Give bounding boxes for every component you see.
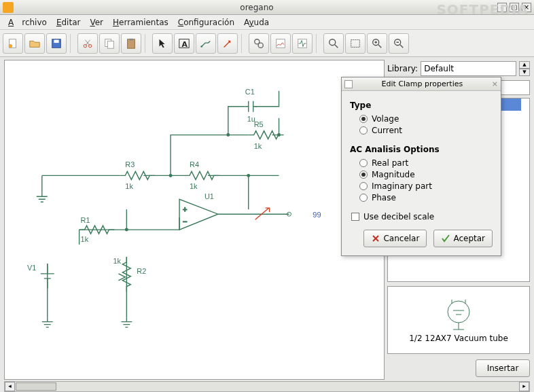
label-r3: R3 — [125, 160, 135, 168]
radio-dot-icon — [359, 159, 368, 167]
svg-point-1 — [9, 43, 12, 47]
checkbox-icon — [351, 213, 359, 221]
radio-dot-icon — [359, 115, 368, 123]
svg-point-12 — [200, 46, 202, 48]
sim-button[interactable] — [292, 33, 313, 54]
radio-magnitude[interactable]: Magnitude — [359, 170, 493, 179]
canvas-area[interactable]: V1 R1 1k R2 1k R3 1k R4 1k R5 — [4, 60, 385, 380]
radio-current[interactable]: Current — [359, 126, 493, 135]
cancel-icon — [371, 234, 380, 243]
menu-archivo[interactable]: Archivo — [4, 16, 51, 29]
minimize-button[interactable]: – — [497, 3, 507, 12]
zoom-out-button[interactable] — [389, 33, 409, 54]
radio-dot-icon — [359, 126, 368, 135]
value-r4: 1k — [190, 182, 198, 190]
radio-dot-icon — [359, 171, 368, 179]
preview-label: 1/2 12AX7 Vacuum tube — [409, 334, 508, 343]
canvas-hscroll[interactable]: ◂▸ — [4, 381, 530, 392]
radio-realpart[interactable]: Real part — [359, 158, 493, 168]
gears-button[interactable] — [249, 33, 269, 54]
label-c1: C1 — [245, 88, 255, 96]
library-selector[interactable]: Default — [421, 61, 516, 76]
schematic: V1 R1 1k R2 1k R3 1k R4 1k R5 — [5, 60, 384, 378]
arrow-tool[interactable] — [152, 33, 173, 54]
part-preview: 1/2 12AX7 Vacuum tube — [387, 286, 530, 354]
svg-rect-3 — [54, 39, 58, 43]
type-section-label: Type — [350, 101, 493, 110]
label-v1: V1 — [27, 264, 36, 272]
paste-button[interactable] — [121, 33, 141, 54]
insert-button[interactable]: Insertar — [476, 359, 530, 377]
net-label: 99 — [313, 211, 321, 219]
svg-text:−: − — [183, 217, 187, 226]
label-r4: R4 — [190, 160, 199, 168]
label-r1: R1 — [81, 216, 90, 224]
close-button[interactable]: × — [522, 3, 531, 12]
value-r3: 1k — [125, 182, 133, 190]
svg-rect-8 — [128, 39, 135, 48]
menu-herramientas[interactable]: Herramientas — [109, 16, 173, 29]
value-c1: 1u — [247, 115, 255, 123]
svg-rect-9 — [129, 38, 132, 40]
radio-voltage[interactable]: Volage — [359, 114, 493, 124]
decibel-checkbox[interactable]: Use decibel scale — [351, 212, 493, 221]
svg-point-23 — [226, 133, 230, 137]
cancel-button[interactable]: Cancelar — [363, 230, 427, 247]
menubar: Archivo Editar Ver Herramientas Configur… — [0, 15, 534, 30]
menu-ver[interactable]: Ver — [86, 16, 107, 29]
library-label: Library: — [387, 64, 418, 73]
radio-dot-icon — [359, 194, 368, 202]
library-spin[interactable]: ▲▼ — [519, 61, 530, 76]
svg-rect-7 — [107, 41, 113, 48]
value-r2: 1k — [113, 257, 121, 265]
zoom-fit-button[interactable] — [323, 33, 344, 54]
menu-editar[interactable]: Editar — [52, 16, 85, 29]
cut-button[interactable] — [77, 33, 98, 54]
svg-point-14 — [258, 43, 263, 48]
window-title: oregano — [16, 3, 497, 12]
radio-phase[interactable]: Phase — [359, 193, 493, 202]
svg-rect-15 — [277, 39, 285, 48]
copy-button[interactable] — [99, 33, 120, 54]
text-tool[interactable]: A — [174, 33, 194, 54]
label-u1: U1 — [204, 192, 214, 200]
dialog-icon — [344, 80, 353, 88]
value-r1: 1k — [81, 235, 89, 243]
app-icon — [3, 2, 14, 13]
clamp-tool[interactable] — [217, 33, 238, 54]
clamp-properties-dialog: Edit Clamp properties × Type Volage Curr… — [341, 77, 501, 256]
maximize-button[interactable]: ▢ — [510, 3, 519, 12]
menu-ayuda[interactable]: Ayuda — [240, 16, 273, 29]
svg-text:A: A — [181, 39, 188, 48]
graph-button[interactable] — [270, 33, 291, 54]
radio-imaginary[interactable]: Imaginary part — [359, 181, 493, 191]
svg-point-29 — [448, 301, 469, 323]
accept-icon — [441, 234, 450, 243]
save-button[interactable] — [46, 33, 67, 54]
ac-section-label: AC Analisis Options — [350, 145, 493, 154]
dialog-close-icon[interactable]: × — [492, 79, 498, 88]
value-r5: 1k — [254, 142, 262, 150]
accept-button[interactable]: Aceptar — [433, 230, 493, 247]
toolbar: A — [0, 30, 534, 57]
label-r2: R2 — [137, 267, 146, 275]
radio-dot-icon — [359, 182, 368, 190]
zoom-in-button[interactable] — [367, 33, 387, 54]
dialog-title: Edit Clamp properties — [353, 79, 492, 88]
zoom-rect-button[interactable] — [345, 33, 366, 54]
menu-configuracion[interactable]: Configuración — [174, 16, 238, 29]
svg-point-24 — [247, 174, 250, 177]
svg-point-17 — [330, 39, 336, 45]
svg-rect-18 — [351, 39, 360, 47]
svg-point-22 — [125, 228, 128, 232]
new-button[interactable] — [3, 33, 23, 54]
svg-point-21 — [169, 174, 173, 177]
wire-tool[interactable] — [196, 33, 216, 54]
titlebar: oregano – ▢ × SOFTPEDIA — [0, 0, 534, 15]
open-button[interactable] — [24, 33, 45, 54]
svg-text:+: + — [183, 205, 187, 213]
